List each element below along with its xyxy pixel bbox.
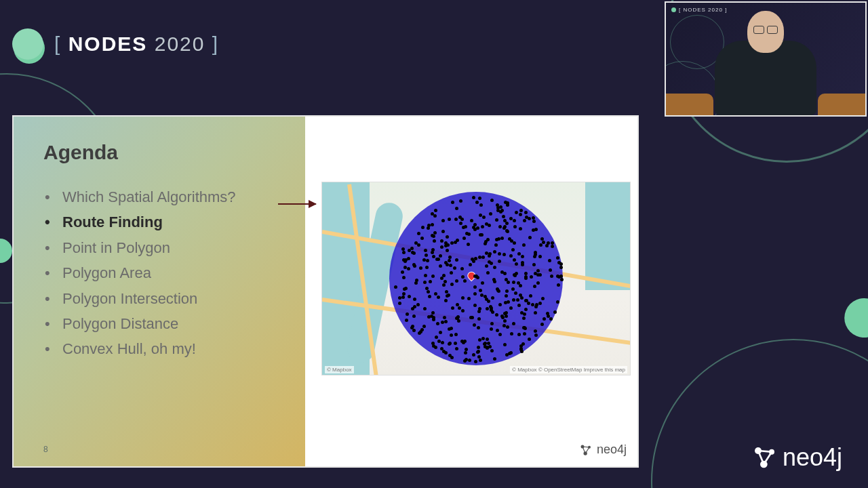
agenda-item: Point in Polygon (43, 235, 290, 260)
map-point-dot (465, 358, 468, 361)
map-point-dot (410, 247, 414, 250)
slide-right-panel: © Mapbox © Mapbox © OpenStreetMap Improv… (305, 117, 637, 466)
map-point-dot (440, 239, 443, 243)
map-point-dot (481, 281, 484, 285)
map-point-dot (519, 213, 522, 216)
map-point-dot (527, 302, 530, 305)
map-point-dot (455, 258, 458, 262)
map-point-dot (462, 226, 465, 229)
map-point-dot (485, 264, 488, 268)
map-point-dot (473, 304, 477, 307)
slide-heading: Agenda (43, 141, 290, 164)
map-point-dot (403, 266, 407, 269)
map-point-dot (498, 260, 501, 263)
slide-left-panel: Agenda Which Spatial Algorithms?Route Fi… (14, 117, 305, 466)
agenda-item-label: Convex Hull, oh my! (62, 340, 196, 357)
map-point-dot (454, 241, 457, 244)
map-point-dot (481, 337, 485, 340)
map-point-dot (540, 237, 544, 241)
map-point-dot (459, 199, 462, 203)
map-point-dot (425, 287, 429, 290)
map-point-dot (512, 281, 515, 284)
map-point-dot (475, 201, 479, 204)
map-point-dot (477, 317, 481, 321)
agenda-item: Which Spatial Algorithms? (43, 184, 290, 209)
map-point-dot (522, 317, 526, 320)
map-point-dot (448, 327, 451, 331)
map-point-dot (440, 347, 443, 350)
map-point-dot (467, 297, 471, 300)
map-point-dot (442, 283, 446, 287)
map-point-dot (437, 340, 441, 343)
map-point-dot (444, 299, 448, 302)
map-point-dot (479, 289, 482, 292)
map-point-dot (441, 219, 445, 222)
map-point-dot (493, 357, 496, 361)
map-point-dot (538, 302, 542, 305)
map-point-dot (524, 327, 527, 330)
map-point-dot (523, 219, 526, 222)
map-point-dot (434, 209, 437, 212)
map-point-dot (530, 275, 533, 279)
map-point-dot (436, 322, 439, 325)
map-point-dot (421, 226, 425, 229)
map-point-dot (556, 256, 559, 260)
agenda-list: Which Spatial Algorithms?Route FindingPo… (43, 184, 290, 362)
map-point-dot (428, 295, 431, 298)
agenda-item-label: Point in Polygon (62, 239, 170, 256)
map-point-dot (456, 303, 459, 306)
map-point-dot (402, 276, 406, 279)
map-point-dot (432, 255, 435, 258)
map-point-dot (424, 249, 427, 252)
map-point-dot (489, 212, 492, 216)
map-point-dot (524, 272, 528, 275)
decor-dot-mid-left (0, 239, 12, 263)
map-point-dot (439, 254, 442, 258)
map-point-dot (477, 350, 480, 353)
map-point-dot (528, 338, 531, 341)
map-point-dot (541, 297, 545, 300)
map-point-dot (542, 241, 545, 244)
map-point-dot (398, 302, 401, 305)
map-point-dot (534, 329, 537, 333)
map-point-dot (498, 252, 501, 256)
event-dot-icon (12, 28, 43, 60)
agenda-item-label: Which Spatial Algorithms? (62, 188, 236, 205)
map-point-dot (490, 349, 494, 352)
map-point-dot (432, 316, 435, 319)
map-point-dot (560, 278, 564, 281)
map-point-dot (521, 342, 525, 346)
map-point-dot (473, 323, 476, 327)
desk-right (818, 94, 865, 115)
map-point-dot (510, 239, 513, 243)
map-point-dot (490, 199, 494, 202)
map-point-dot (462, 237, 466, 240)
map-point-dot (450, 241, 454, 245)
map-point-dot (546, 312, 549, 315)
map-point-dot (512, 322, 515, 325)
glasses-icon (752, 26, 779, 33)
map-point-dot (545, 244, 549, 247)
slide-footer-brand: neo4j (597, 443, 627, 457)
map-point-dot (414, 241, 418, 245)
map-point-dot (532, 216, 535, 220)
map-point-dot (553, 310, 557, 314)
map-point-dot (492, 278, 496, 281)
map-point-dot (534, 333, 538, 337)
map-point-dot (472, 226, 475, 229)
map-point-dot (446, 249, 449, 252)
map-point-dot (398, 296, 401, 300)
map-brand-label: © Mapbox (325, 366, 354, 373)
map-point-dot (559, 274, 563, 278)
map-point-dot (426, 259, 429, 262)
map-point-dot (460, 218, 464, 221)
map-point-dot (513, 258, 516, 262)
map-point-dot (490, 322, 494, 325)
map-point-dot (499, 210, 502, 214)
map-point-dot (454, 333, 458, 336)
map-point-dot (550, 274, 553, 278)
speaker-head (747, 11, 784, 53)
map-point-dot (434, 292, 437, 296)
map-point-dot (517, 252, 521, 256)
map-point-dot (463, 279, 467, 283)
